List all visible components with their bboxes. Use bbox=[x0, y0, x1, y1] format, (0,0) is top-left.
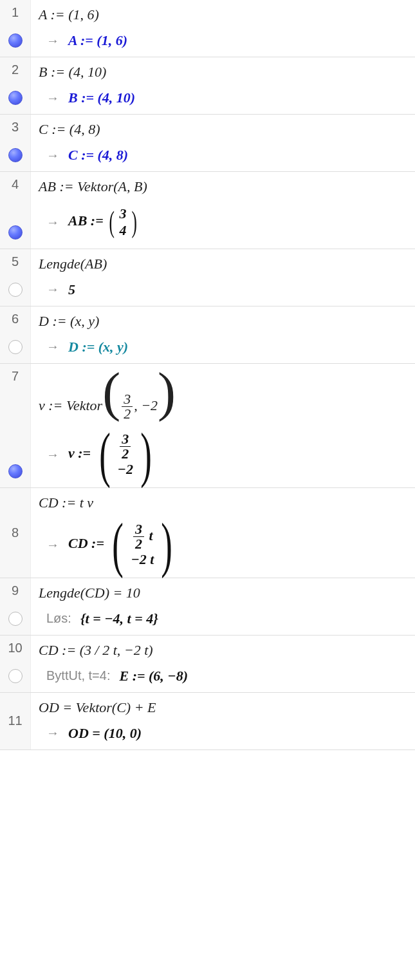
output-value: {t = −4, t = 4} bbox=[80, 610, 158, 627]
row-content[interactable]: Lengde(CD) = 10Løs:{t = −4, t = 4} bbox=[31, 578, 415, 635]
cas-row[interactable]: 11OD = Vektor(C) + E→OD = (10, 0) bbox=[0, 693, 415, 750]
output-value: D := (x, y) bbox=[68, 339, 128, 355]
row-number: 9 bbox=[12, 583, 19, 598]
row-number: 3 bbox=[12, 120, 19, 135]
output-value: v := (32−2) bbox=[68, 430, 156, 480]
row-content[interactable]: OD = Vektor(C) + E→OD = (10, 0) bbox=[31, 693, 415, 749]
row-number: 10 bbox=[8, 641, 22, 655]
output-value: OD = (10, 0) bbox=[68, 725, 142, 742]
output-expression: →A := (1, 6) bbox=[39, 32, 407, 49]
input-expression[interactable]: CD := (3 / 2 t, −2 t) bbox=[39, 642, 407, 659]
visibility-toggle-icon[interactable] bbox=[8, 225, 23, 240]
output-value: C := (4, 8) bbox=[68, 147, 128, 164]
output-expression: →AB := (34) bbox=[39, 204, 407, 241]
output-prefix: ByttUt, t=4: bbox=[46, 668, 110, 683]
output-prefix: Løs: bbox=[46, 611, 71, 626]
output-expression: Løs:{t = −4, t = 4} bbox=[39, 610, 407, 627]
output-arrow-icon: → bbox=[46, 339, 59, 354]
output-value: 5 bbox=[68, 281, 75, 298]
cas-row[interactable]: 8CD := t v→CD := (32 t−2 t) bbox=[0, 488, 415, 578]
row-gutter: 7 bbox=[0, 364, 31, 487]
row-gutter: 10 bbox=[0, 636, 31, 692]
row-content[interactable]: CD := t v→CD := (32 t−2 t) bbox=[31, 488, 415, 578]
visibility-toggle-icon[interactable] bbox=[8, 669, 23, 683]
row-number: 1 bbox=[12, 5, 19, 20]
row-gutter: 1 bbox=[0, 0, 31, 57]
row-number: 4 bbox=[12, 177, 19, 192]
row-content[interactable]: D := (x, y)→D := (x, y) bbox=[31, 306, 415, 363]
input-expression[interactable]: Lengde(CD) = 10 bbox=[39, 585, 407, 601]
output-expression: →5 bbox=[39, 281, 407, 298]
visibility-toggle-icon[interactable] bbox=[8, 612, 23, 626]
cas-row[interactable]: 10CD := (3 / 2 t, −2 t)ByttUt, t=4:E := … bbox=[0, 636, 415, 693]
row-content[interactable]: CD := (3 / 2 t, −2 t)ByttUt, t=4:E := (6… bbox=[31, 636, 415, 692]
row-number: 5 bbox=[12, 254, 19, 269]
input-expression[interactable]: v := Vektor(32, −2) bbox=[39, 370, 407, 421]
row-number: 8 bbox=[12, 525, 19, 540]
row-number: 2 bbox=[12, 62, 19, 77]
cas-row[interactable]: 4AB := Vektor(A, B)→AB := (34) bbox=[0, 172, 415, 249]
output-expression: →CD := (32 t−2 t) bbox=[39, 520, 407, 570]
row-content[interactable]: B := (4, 10)→B := (4, 10) bbox=[31, 57, 415, 114]
row-number: 11 bbox=[8, 713, 22, 728]
visibility-toggle-icon[interactable] bbox=[8, 283, 23, 297]
input-expression[interactable]: B := (4, 10) bbox=[39, 64, 407, 80]
output-value: E := (6, −8) bbox=[119, 668, 188, 684]
row-gutter: 6 bbox=[0, 306, 31, 363]
row-gutter: 2 bbox=[0, 57, 31, 114]
row-gutter: 8 bbox=[0, 488, 31, 578]
output-expression: →D := (x, y) bbox=[39, 339, 407, 355]
output-expression: →B := (4, 10) bbox=[39, 90, 407, 106]
input-expression[interactable]: A := (1, 6) bbox=[39, 6, 407, 23]
row-gutter: 4 bbox=[0, 172, 31, 249]
output-value: CD := (32 t−2 t) bbox=[68, 520, 177, 570]
visibility-toggle-icon[interactable] bbox=[8, 33, 23, 48]
output-expression: →OD = (10, 0) bbox=[39, 725, 407, 742]
input-expression[interactable]: AB := Vektor(A, B) bbox=[39, 178, 407, 195]
input-expression[interactable]: C := (4, 8) bbox=[39, 121, 407, 138]
input-expression[interactable]: Lengde(AB) bbox=[39, 256, 407, 272]
row-gutter: 11 bbox=[0, 693, 31, 749]
cas-row[interactable]: 6D := (x, y)→D := (x, y) bbox=[0, 306, 415, 364]
input-expression[interactable]: CD := t v bbox=[39, 495, 407, 511]
output-value: B := (4, 10) bbox=[68, 90, 135, 106]
cas-row[interactable]: 2B := (4, 10)→B := (4, 10) bbox=[0, 57, 415, 115]
cas-row[interactable]: 3C := (4, 8)→C := (4, 8) bbox=[0, 115, 415, 172]
row-gutter: 9 bbox=[0, 578, 31, 635]
row-content[interactable]: C := (4, 8)→C := (4, 8) bbox=[31, 115, 415, 171]
output-expression: ByttUt, t=4:E := (6, −8) bbox=[39, 668, 407, 684]
row-gutter: 5 bbox=[0, 249, 31, 306]
input-expression[interactable]: D := (x, y) bbox=[39, 313, 407, 330]
output-arrow-icon: → bbox=[46, 148, 59, 163]
cas-row[interactable]: 7v := Vektor(32, −2)→v := (32−2) bbox=[0, 364, 415, 488]
input-expression[interactable]: OD = Vektor(C) + E bbox=[39, 699, 407, 716]
cas-row[interactable]: 9Lengde(CD) = 10Løs:{t = −4, t = 4} bbox=[0, 578, 415, 636]
row-content[interactable]: AB := Vektor(A, B)→AB := (34) bbox=[31, 172, 415, 249]
visibility-toggle-icon[interactable] bbox=[8, 340, 23, 354]
visibility-toggle-icon[interactable] bbox=[8, 91, 23, 105]
output-expression: →v := (32−2) bbox=[39, 430, 407, 480]
row-gutter: 3 bbox=[0, 115, 31, 171]
output-arrow-icon: → bbox=[46, 33, 59, 48]
output-arrow-icon: → bbox=[46, 726, 59, 740]
output-expression: →C := (4, 8) bbox=[39, 147, 407, 164]
cas-row[interactable]: 1A := (1, 6)→A := (1, 6) bbox=[0, 0, 415, 57]
row-number: 7 bbox=[12, 369, 19, 384]
visibility-toggle-icon[interactable] bbox=[8, 464, 23, 478]
visibility-toggle-icon[interactable] bbox=[8, 148, 23, 162]
output-arrow-icon: → bbox=[46, 215, 59, 230]
output-value: A := (1, 6) bbox=[68, 32, 127, 49]
output-arrow-icon: → bbox=[46, 91, 59, 106]
output-arrow-icon: → bbox=[46, 538, 59, 552]
row-number: 6 bbox=[12, 312, 19, 326]
output-value: AB := (34) bbox=[68, 204, 139, 241]
row-content[interactable]: Lengde(AB)→5 bbox=[31, 249, 415, 306]
row-content[interactable]: A := (1, 6)→A := (1, 6) bbox=[31, 0, 415, 57]
output-arrow-icon: → bbox=[46, 448, 59, 462]
output-arrow-icon: → bbox=[46, 282, 59, 297]
cas-row[interactable]: 5Lengde(AB)→5 bbox=[0, 249, 415, 306]
row-content[interactable]: v := Vektor(32, −2)→v := (32−2) bbox=[31, 364, 415, 487]
